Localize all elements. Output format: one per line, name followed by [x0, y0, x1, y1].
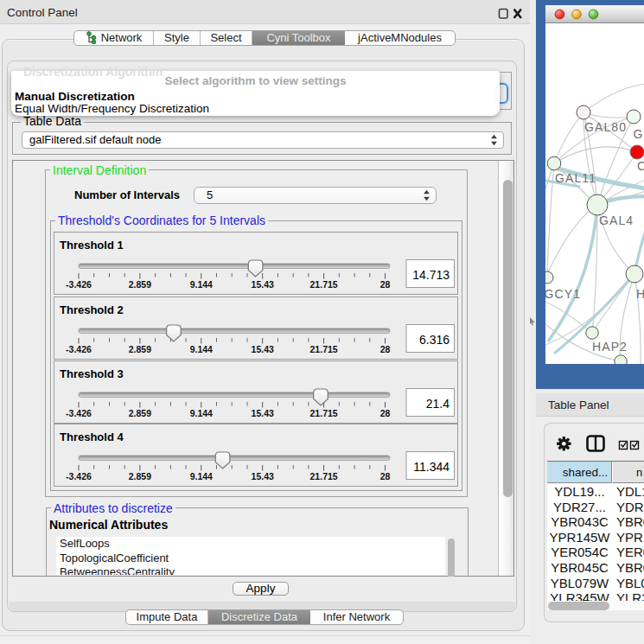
svg-text:G.: G. — [634, 127, 644, 141]
svg-text:-3.426: -3.426 — [66, 279, 92, 290]
svg-text:9.144: 9.144 — [190, 408, 213, 418]
svg-text:28: 28 — [380, 279, 391, 290]
svg-text:28: 28 — [380, 344, 391, 354]
svg-text:H: H — [636, 287, 644, 301]
svg-text:15.43: 15.43 — [252, 408, 274, 418]
svg-text:9.144: 9.144 — [190, 279, 213, 290]
svg-text:2.859: 2.859 — [129, 344, 151, 354]
svg-text:Threshold 1: Threshold 1 — [60, 239, 124, 252]
svg-text:21.715: 21.715 — [310, 471, 338, 481]
svg-text:Threshold 3: Threshold 3 — [60, 367, 124, 380]
svg-text:21.715: 21.715 — [310, 344, 338, 354]
svg-text:28: 28 — [380, 471, 391, 481]
svg-text:GAL4: GAL4 — [599, 214, 634, 227]
svg-text:2.859: 2.859 — [129, 408, 151, 418]
svg-text:28: 28 — [380, 408, 391, 418]
svg-text:-3.426: -3.426 — [66, 408, 92, 418]
svg-text:C: C — [637, 159, 644, 173]
svg-text:15.43: 15.43 — [252, 471, 274, 481]
svg-text:Threshold 2: Threshold 2 — [60, 303, 124, 316]
svg-text:2.859: 2.859 — [129, 279, 151, 290]
svg-text:-3.426: -3.426 — [66, 471, 92, 481]
svg-text:15.43: 15.43 — [252, 279, 274, 290]
svg-text:15.43: 15.43 — [252, 344, 274, 354]
svg-text:14.713: 14.713 — [412, 268, 450, 282]
svg-text:GAL11: GAL11 — [555, 171, 596, 185]
svg-text:GCY1: GCY1 — [545, 287, 581, 301]
svg-text:2.859: 2.859 — [129, 471, 151, 481]
svg-text:-3.426: -3.426 — [66, 344, 92, 354]
svg-text:6.316: 6.316 — [419, 333, 450, 347]
svg-text:9.144: 9.144 — [190, 344, 213, 354]
svg-text:21.4: 21.4 — [426, 397, 450, 411]
svg-text:11.344: 11.344 — [413, 460, 450, 474]
svg-text:Threshold 4: Threshold 4 — [60, 430, 124, 443]
svg-text:21.715: 21.715 — [310, 408, 338, 418]
svg-text:HAP2: HAP2 — [592, 340, 628, 354]
svg-text:9.144: 9.144 — [190, 471, 213, 481]
svg-text:21.715: 21.715 — [310, 279, 338, 290]
svg-text:GAL80: GAL80 — [584, 120, 627, 134]
